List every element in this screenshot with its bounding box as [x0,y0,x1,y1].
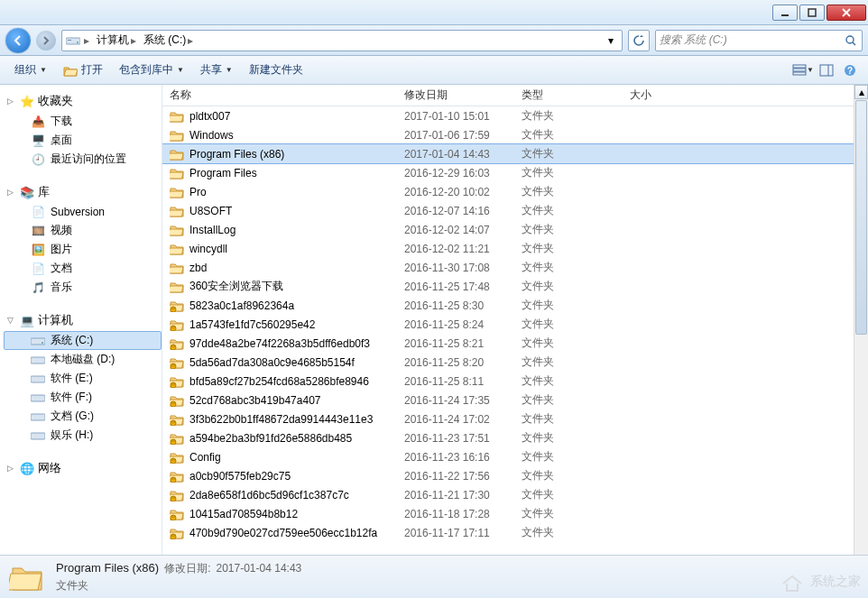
col-size[interactable]: 大小 [623,85,713,106]
nav-drive-g[interactable]: 文档 (G:) [4,407,162,426]
file-type: 文件夹 [522,336,630,351]
file-row[interactable]: a0cb90f575feb29c752016-11-22 17:56文件夹 [162,466,868,485]
newfolder-button[interactable]: 新建文件夹 [242,59,310,81]
file-row[interactable]: 360安全浏览器下载2016-11-25 17:48文件夹 [162,277,868,296]
nav-subversion[interactable]: 📄Subversion [4,203,162,221]
file-type: 文件夹 [522,108,630,124]
file-name: 2da8e658f1d6bc5d96cf1c387c7c [189,489,349,501]
file-row[interactable]: Program Files2016-12-29 16:03文件夹 [162,163,868,182]
col-type[interactable]: 类型 [514,85,623,106]
minimize-button[interactable] [772,5,798,21]
file-row[interactable]: 1a5743fe1fd7c560295e422016-11-25 8:24文件夹 [162,315,868,334]
file-row[interactable]: pldtx0072017-01-10 15:01文件夹 [162,106,868,125]
svg-rect-1 [808,9,816,16]
nav-drive-c[interactable]: 系统 (C:) [4,331,162,350]
file-date: 2016-11-24 17:35 [404,394,522,407]
folder-icon [170,185,184,199]
svg-rect-20 [31,395,45,401]
refresh-button[interactable] [628,30,650,51]
file-row[interactable]: 2da8e658f1d6bc5d96cf1c387c7c2016-11-21 1… [162,485,868,504]
close-button[interactable] [826,5,866,21]
nav-favorites[interactable]: ▷⭐收藏夹 [4,90,162,112]
file-row[interactable]: zbd2016-11-30 17:08文件夹 [162,258,868,277]
file-row[interactable]: U8SOFT2016-12-07 14:16文件夹 [162,201,868,220]
file-type: 文件夹 [522,373,630,389]
file-row[interactable]: Pro2016-12-20 10:02文件夹 [162,182,868,201]
file-name: InstallLog [189,224,235,236]
file-name: a0cb90f575feb29c75 [189,470,291,483]
file-date: 2017-01-06 17:59 [404,129,522,142]
file-row[interactable]: Windows2017-01-06 17:59文件夹 [162,125,868,144]
nav-computer[interactable]: ▽💻计算机 [4,309,162,331]
scroll-up-button[interactable]: ▴ [854,85,868,99]
nav-pictures[interactable]: 🖼️图片 [4,240,162,259]
folder-icon [170,507,184,521]
nav-recent[interactable]: 🕘最近访问的位置 [4,150,162,169]
breadcrumb-sep[interactable]: ▸ [80,31,93,51]
file-row[interactable]: Config2016-11-23 16:16文件夹 [162,447,868,466]
nav-downloads[interactable]: 📥下载 [4,112,162,131]
folder-icon [170,204,184,218]
folder-icon [170,242,184,256]
nav-forward-button[interactable] [36,31,56,51]
file-row[interactable]: InstallLog2016-12-02 14:07文件夹 [162,220,868,239]
preview-pane-button[interactable] [816,60,837,81]
file-name: Pro [189,186,207,198]
svg-point-17 [42,342,43,344]
share-button[interactable]: 共享 ▼ [193,59,240,81]
nav-drive-f[interactable]: 软件 (F:) [4,388,162,407]
file-date: 2016-12-02 11:21 [404,243,522,255]
nav-drive-h[interactable]: 娱乐 (H:) [4,426,162,445]
file-row[interactable]: Program Files (x86)2017-01-04 14:43文件夹 [162,144,868,163]
nav-network[interactable]: ▷🌐网络 [4,457,162,479]
breadcrumb-computer[interactable]: 计算机 ▸ [93,31,140,51]
nav-libraries[interactable]: ▷📚库 [4,181,162,203]
svg-point-7 [846,36,854,43]
file-row[interactable]: 5da56ad7da308a0c9e4685b5154f2016-11-25 8… [162,353,868,372]
address-bar[interactable]: ▸ 计算机 ▸ 系统 (C:) ▸ ▾ [61,30,623,51]
file-row[interactable]: 470b9d790e027cd759ee506ecc1b12fa2016-11-… [162,523,868,542]
file-row[interactable]: a594be2ba3bf91fd26e5886db4852016-11-23 1… [162,428,868,447]
svg-rect-12 [820,65,833,76]
organize-button[interactable]: 组织 ▼ [7,59,54,81]
file-row[interactable]: 52cd768abc3b419b47a4072016-11-24 17:35文件… [162,391,868,409]
file-row[interactable]: bfd5a89cf27b254fcd68a5286bfe89462016-11-… [162,372,868,391]
breadcrumb-drive[interactable]: 系统 (C:) ▸ [140,31,197,51]
file-list: 名称 修改日期 类型 大小 pldtx0072017-01-10 15:01文件… [162,85,868,555]
file-date: 2016-11-25 8:11 [404,375,522,388]
file-name: 10415ad708594b8b12 [189,508,298,520]
help-button[interactable]: ? [839,60,861,81]
folder-icon [170,280,184,294]
nav-drive-d[interactable]: 本地磁盘 (D:) [4,350,162,369]
svg-text:?: ? [847,66,853,76]
nav-videos[interactable]: 🎞️视频 [4,221,162,240]
file-name: 470b9d790e027cd759ee506ecc1b12fa [189,527,377,539]
folder-icon [170,261,184,275]
nav-music[interactable]: 🎵音乐 [4,278,162,297]
file-row[interactable]: 5823a0c1af8962364a2016-11-25 8:30文件夹 [162,296,868,315]
scrollbar[interactable]: ▴ [854,85,868,555]
col-name[interactable]: 名称 [162,85,397,106]
nav-back-button[interactable] [5,28,31,53]
download-icon: 📥 [31,115,45,129]
svg-rect-22 [31,433,45,439]
nav-documents[interactable]: 📄文档 [4,259,162,278]
scroll-thumb[interactable] [855,100,867,335]
nav-desktop[interactable]: 🖥️桌面 [4,131,162,150]
file-row[interactable]: 97dde48a2be74f2268a3b5dff6edb0f32016-11-… [162,334,868,353]
file-row[interactable]: wincydll2016-12-02 11:21文件夹 [162,239,868,258]
maximize-button[interactable] [799,5,825,21]
include-button[interactable]: 包含到库中 ▼ [112,59,191,81]
status-type: 文件夹 [56,578,301,593]
open-button[interactable]: 打开 [56,59,110,81]
nav-drive-e[interactable]: 软件 (E:) [4,369,162,388]
drive-icon [31,391,45,405]
address-dropdown-icon[interactable]: ▾ [604,33,618,48]
search-input[interactable]: 搜索 系统 (C:) [655,30,863,51]
col-date[interactable]: 修改日期 [397,85,514,106]
folder-icon [170,336,184,351]
file-row[interactable]: 10415ad708594b8b122016-11-18 17:28文件夹 [162,504,868,523]
folder-icon [170,109,184,124]
view-button[interactable]: ▼ [792,60,814,81]
file-row[interactable]: 3f3b622b0b1ff48672da9914443e11e32016-11-… [162,409,868,428]
